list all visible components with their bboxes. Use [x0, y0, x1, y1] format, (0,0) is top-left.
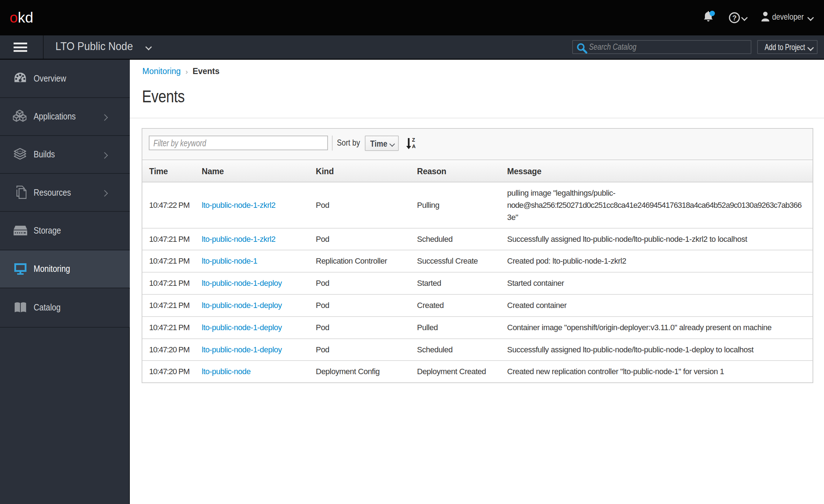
svg-text:Z: Z: [412, 137, 415, 143]
svg-text:?: ?: [732, 14, 736, 22]
svg-text:A: A: [412, 143, 416, 149]
